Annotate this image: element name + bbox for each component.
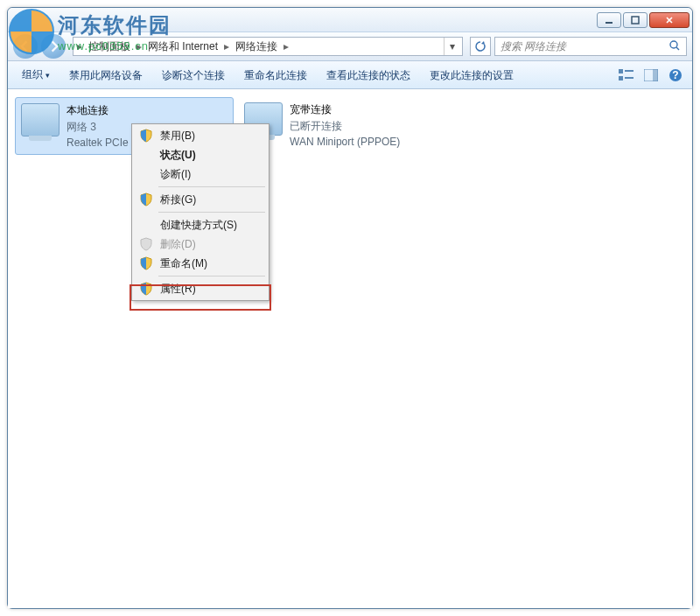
svg-rect-4 (625, 70, 634, 72)
chevron-right-icon: ▸ (222, 38, 231, 55)
preview-pane-icon[interactable] (640, 64, 662, 87)
close-button[interactable] (649, 12, 690, 28)
change-settings-button[interactable]: 更改此连接的设置 (421, 64, 522, 87)
ctx-diagnose[interactable]: 诊断(I) (134, 164, 267, 184)
window-frame: ▸ 控制面板 ▸ 网络和 Internet ▸ 网络连接 ▸ ▾ 搜索 网络连接… (7, 7, 693, 609)
svg-text:?: ? (672, 69, 678, 81)
connection-item-broadband[interactable]: 宽带连接 已断开连接 WAN Miniport (PPPOE) (239, 97, 458, 153)
ctx-shortcut[interactable]: 创建快捷方式(S) (134, 215, 267, 234)
connection-name: 本地连接 (66, 103, 129, 118)
connection-device: Realtek PCIe (66, 136, 129, 149)
minimize-button[interactable] (597, 12, 621, 28)
watermark-url: www.pc0359.cn (58, 39, 172, 52)
connection-device: WAN Miniport (PPPOE) (290, 136, 400, 148)
shield-icon (139, 256, 153, 270)
shield-icon (139, 129, 153, 143)
help-icon[interactable]: ? (664, 64, 687, 87)
view-options-icon[interactable] (615, 64, 638, 87)
crumb-dropdown-icon[interactable]: ▾ (444, 38, 460, 55)
ctx-rename[interactable]: 重命名(M) (134, 254, 267, 273)
rename-button[interactable]: 重命名此连接 (235, 64, 316, 87)
view-status-button[interactable]: 查看此连接的状态 (318, 64, 419, 87)
chevron-right-icon: ▸ (282, 38, 290, 55)
ctx-disable[interactable]: 禁用(B) (134, 126, 267, 145)
shield-icon (139, 192, 153, 206)
svg-point-2 (670, 41, 677, 48)
ctx-bridge[interactable]: 桥接(G) (134, 190, 267, 209)
connection-status: 网络 3 (66, 120, 129, 135)
organize-button[interactable]: 组织 (13, 63, 59, 87)
search-input[interactable]: 搜索 网络连接 (494, 37, 687, 56)
connection-name: 宽带连接 (290, 102, 400, 117)
watermark: 河东软件园 www.pc0359.cn (9, 9, 172, 54)
svg-rect-1 (632, 17, 639, 24)
connection-status: 已断开连接 (290, 119, 400, 134)
separator (158, 212, 265, 213)
content-area: 本地连接 网络 3 Realtek PCIe 宽带连接 已断开连接 WAN Mi… (8, 90, 692, 608)
search-icon (668, 39, 681, 54)
svg-rect-5 (619, 76, 623, 80)
watermark-title: 河东软件园 (58, 11, 172, 39)
ctx-properties[interactable]: 属性(R) (134, 279, 267, 298)
separator (158, 276, 265, 276)
ctx-delete: 删除(D) (134, 234, 267, 254)
svg-rect-6 (625, 77, 634, 79)
search-placeholder: 搜索 网络连接 (500, 39, 566, 54)
diagnose-button[interactable]: 诊断这个连接 (153, 64, 234, 87)
ctx-status[interactable]: 状态(U) (134, 145, 267, 164)
maximize-button[interactable] (623, 12, 648, 28)
shield-icon (139, 282, 153, 296)
toolbar: 组织 禁用此网络设备 诊断这个连接 重命名此连接 查看此连接的状态 更改此连接的… (8, 61, 692, 89)
svg-rect-3 (619, 69, 623, 74)
refresh-button[interactable] (470, 37, 491, 56)
crumb-item[interactable]: 网络连接 (231, 38, 282, 55)
separator (158, 186, 265, 187)
network-adapter-icon (21, 103, 60, 136)
watermark-logo-icon (9, 9, 54, 54)
disable-device-button[interactable]: 禁用此网络设备 (60, 64, 151, 87)
svg-rect-0 (606, 22, 612, 24)
shield-icon (139, 237, 153, 251)
svg-rect-8 (653, 69, 658, 81)
context-menu: 禁用(B) 状态(U) 诊断(I) 桥接(G) 创建快捷方式(S) 删除(D) … (131, 123, 270, 301)
